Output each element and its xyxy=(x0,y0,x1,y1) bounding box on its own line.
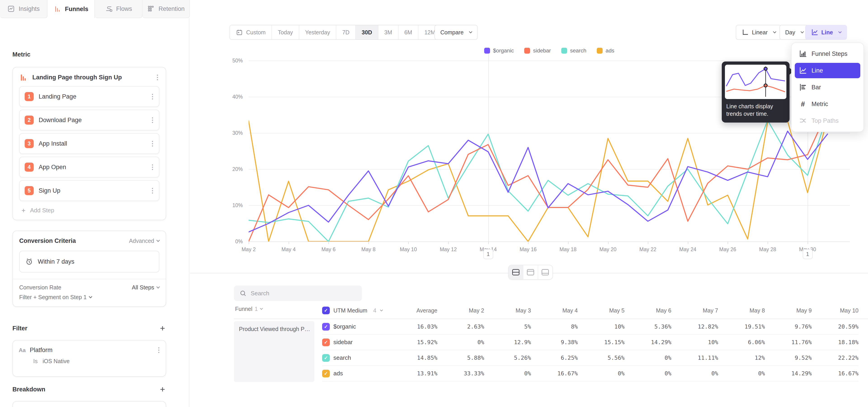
tab-label: Insights xyxy=(19,5,39,12)
all-steps-dropdown[interactable]: All Steps xyxy=(132,284,159,291)
column-header-date[interactable]: May 4 xyxy=(531,307,578,314)
tab-retention[interactable]: Retention xyxy=(143,0,190,18)
x-axis-tick xyxy=(448,242,449,244)
x-axis-label: May 26 xyxy=(719,247,736,253)
menu-item-bar[interactable]: Bar xyxy=(795,80,860,95)
filter-property-row[interactable]: Aa Platform xyxy=(13,341,166,354)
kebab-menu-icon[interactable] xyxy=(151,163,154,171)
x-axis-label: May 8 xyxy=(362,247,376,253)
advanced-dropdown[interactable]: Advanced xyxy=(129,238,159,244)
layout-chart-button[interactable] xyxy=(523,265,538,279)
chart-type-dropdown-button[interactable]: Line xyxy=(805,25,847,40)
column-header-date[interactable]: May 5 xyxy=(578,307,625,314)
cell-value: 20.59% xyxy=(812,323,859,330)
breakdown-column-header[interactable]: ✓ UTM Medium 4 xyxy=(322,307,392,314)
layout-table-button[interactable] xyxy=(538,265,553,279)
legend-swatch xyxy=(561,48,567,54)
menu-item-line[interactable]: Line xyxy=(795,63,860,78)
funnel-column-header[interactable]: Funnel 1 xyxy=(235,306,262,312)
interval-dropdown-button[interactable]: Day xyxy=(779,25,809,40)
cell-value: 15.15% xyxy=(578,339,625,345)
funnel-step-5[interactable]: 5Sign Up xyxy=(19,180,159,201)
add-step-button[interactable]: Add Step xyxy=(13,204,166,220)
legend-item-sidebar[interactable]: sidebar xyxy=(524,48,551,54)
funnel-cell[interactable]: Product Viewed through P… xyxy=(234,321,314,382)
tab-funnels[interactable]: Funnels xyxy=(48,0,95,18)
row-name-cell: ✓$organic xyxy=(322,323,392,331)
scale-dropdown-button[interactable]: Linear xyxy=(736,25,782,40)
cell-value: 18.18% xyxy=(812,339,859,345)
column-header-date[interactable]: May 6 xyxy=(625,307,671,314)
x-axis-tick xyxy=(528,242,528,244)
range-button-30d[interactable]: 30D xyxy=(356,25,378,39)
tab-flows[interactable]: Flows xyxy=(95,0,143,18)
gridline-0% xyxy=(249,242,850,242)
chart-type-tooltip: Line charts display trends over time. xyxy=(722,62,789,123)
kebab-menu-icon[interactable] xyxy=(157,346,161,354)
legend-item-organic[interactable]: $organic xyxy=(484,48,514,54)
range-button-custom[interactable]: Custom xyxy=(230,25,272,39)
annotation-badge[interactable]: 1 xyxy=(803,249,813,259)
step-number-badge: 1 xyxy=(25,92,34,101)
menu-item-metric[interactable]: #Metric xyxy=(795,96,860,112)
kebab-menu-icon[interactable] xyxy=(151,116,154,124)
funnel-step-2[interactable]: 2Download Page xyxy=(19,109,159,130)
add-breakdown-button[interactable] xyxy=(159,386,166,393)
funnel-step-4[interactable]: 4App Open xyxy=(19,157,159,178)
layout-split-button[interactable] xyxy=(508,265,523,279)
line-chart-icon xyxy=(799,66,807,74)
legend-item-ads[interactable]: ads xyxy=(597,48,614,54)
row-checkbox[interactable]: ✓ xyxy=(322,339,330,346)
search-input[interactable] xyxy=(251,290,356,297)
row-checkbox[interactable]: ✓ xyxy=(322,370,330,377)
chevron-down-icon xyxy=(156,285,160,289)
legend-item-search[interactable]: search xyxy=(561,48,586,54)
column-header-date[interactable]: May 7 xyxy=(671,307,718,314)
kebab-menu-icon[interactable] xyxy=(151,92,154,101)
range-button-7d[interactable]: 7D xyxy=(336,25,356,39)
filter-condition-row[interactable]: Is iOS Native xyxy=(13,354,166,365)
kebab-menu-icon[interactable] xyxy=(156,73,159,82)
kebab-menu-icon[interactable] xyxy=(151,187,154,195)
y-axis-label: 50% xyxy=(197,58,243,64)
date-range-group: CustomTodayYesterday7D30D3M6M12M xyxy=(229,25,442,40)
range-button-6m[interactable]: 6M xyxy=(399,25,418,39)
conversion-window[interactable]: Within 7 days xyxy=(19,251,159,273)
column-header-date[interactable]: May 9 xyxy=(765,307,812,314)
add-filter-button[interactable] xyxy=(159,325,166,332)
column-header-date[interactable]: May 8 xyxy=(718,307,765,314)
breakdown-card[interactable]: Aa UTM Medium ✕ xyxy=(12,401,166,407)
conversion-criteria-header: Conversion Criteria Advanced xyxy=(13,231,166,246)
step-label: Download Page xyxy=(39,117,146,124)
funnels-icon xyxy=(54,5,61,13)
menu-item-label: Bar xyxy=(811,84,821,91)
kebab-menu-icon[interactable] xyxy=(151,139,154,148)
hash-icon: # xyxy=(799,100,807,108)
clock-icon xyxy=(25,257,33,266)
column-header-date[interactable]: May 3 xyxy=(484,307,531,314)
x-axis-tick xyxy=(648,242,648,244)
row-checkbox[interactable]: ✓ xyxy=(322,323,330,331)
range-button-today[interactable]: Today xyxy=(272,25,299,39)
annotation-badge[interactable]: 1 xyxy=(483,249,493,259)
cell-value: 14.29% xyxy=(625,339,671,345)
funnel-step-1[interactable]: 1Landing Page xyxy=(19,86,159,107)
compare-button[interactable]: Compare xyxy=(434,25,477,40)
average-column-header: Average xyxy=(392,307,437,314)
column-header-date[interactable]: May 10 xyxy=(812,307,859,314)
funnel-step-3[interactable]: 3App Install xyxy=(19,133,159,154)
funnel-count: 1 xyxy=(254,306,258,312)
step-label: App Open xyxy=(39,164,146,171)
retention-icon xyxy=(147,5,155,13)
filter-property-name: Platform xyxy=(30,347,153,354)
menu-item-funnel-steps[interactable]: Funnel Steps xyxy=(795,46,860,62)
step-number-badge: 4 xyxy=(25,163,34,171)
tab-insights[interactable]: Insights xyxy=(0,0,48,18)
metric-card-header[interactable]: Landing Page through Sign Up xyxy=(13,67,166,86)
range-button-yesterday[interactable]: Yesterday xyxy=(299,25,336,39)
filter-segment-dropdown[interactable]: Filter + Segment on Step 1 xyxy=(13,291,166,306)
range-button-3m[interactable]: 3M xyxy=(378,25,399,39)
column-header-date[interactable]: May 2 xyxy=(437,307,484,314)
select-all-checkbox[interactable]: ✓ xyxy=(322,307,330,314)
row-checkbox[interactable]: ✓ xyxy=(322,354,330,362)
